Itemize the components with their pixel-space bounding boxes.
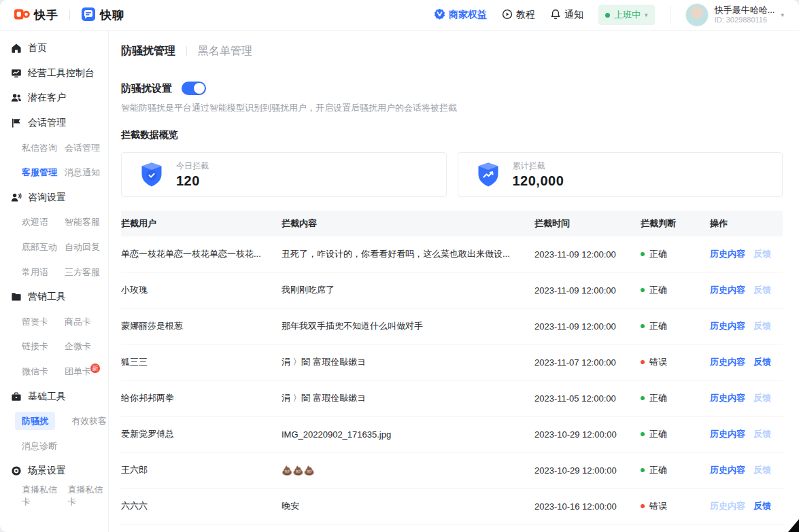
verified-badge-icon: [434, 8, 445, 22]
flag-icon: [11, 118, 22, 128]
sidebar-item-msg-diagnosis[interactable]: 消息诊断: [22, 440, 65, 453]
cell-content: 涓 〉闇 富瑕佺敺鏉ヨ: [282, 356, 534, 368]
history-link[interactable]: 历史内容: [710, 248, 745, 260]
cell-actions: 历史内容反馈: [710, 392, 783, 404]
tab-anti-harass-mgmt[interactable]: 防骚扰管理: [121, 44, 175, 58]
sidebar-item-qiwei-card[interactable]: 企微卡: [65, 340, 107, 353]
stat-card-today: 今日拦截 120: [121, 152, 447, 197]
kuailiao-logo-icon: [81, 7, 96, 24]
table-row: 六六六 晚安 2023-10-16 12:00:00 错误 历史内容反馈: [121, 489, 783, 525]
anti-harass-toggle[interactable]: [182, 82, 206, 95]
intercept-table: 拦截用户 拦截内容 拦截时间 拦截判断 操作 单恋一枝花单恋一枝花单恋一枝花..…: [121, 211, 783, 525]
main-content: 防骚扰管理 黑名单管理 防骚扰设置 智能防骚扰是平台通过智能模型识别到骚扰用户，…: [109, 31, 799, 532]
sidebar-item-smart-service[interactable]: 智能客服: [65, 216, 107, 228]
sidebar-group-scene[interactable]: 场景设置: [0, 459, 108, 484]
sidebar-item-service-mgmt[interactable]: 客服管理: [22, 166, 65, 179]
feedback-link[interactable]: 反馈: [753, 248, 771, 260]
judge-dot-icon: [641, 468, 645, 472]
cell-actions: 历史内容反馈: [710, 500, 783, 512]
feedback-link[interactable]: 反馈: [753, 500, 771, 512]
sidebar-item-effective-leads[interactable]: 有效获客: [71, 415, 109, 427]
table-row: 爱新觉罗傅总 IMG_20220902_171635.jpg 2023-10-2…: [121, 416, 783, 453]
feedback-link[interactable]: 反馈: [753, 320, 771, 332]
cell-user: 六六六: [121, 500, 282, 512]
sidebar-item-live-card-2[interactable]: 直播私信卡: [68, 484, 109, 508]
consult-icon: [11, 192, 22, 203]
cell-content: 我刚刚吃席了: [282, 284, 534, 296]
work-status-dropdown[interactable]: 上班中 ▾: [598, 5, 655, 25]
history-link[interactable]: 历史内容: [710, 356, 745, 368]
history-link[interactable]: 历史内容: [710, 428, 745, 440]
sidebar-item-link-card[interactable]: 链接卡: [22, 340, 65, 353]
sidebar-item-msg-notify[interactable]: 消息通知: [65, 166, 107, 179]
stat-card-total: 累计拦截 120,000: [458, 152, 783, 197]
sidebar-item-home[interactable]: 首页: [0, 36, 108, 61]
sidebar-group-consult[interactable]: 咨询设置: [0, 185, 108, 211]
sidebar-item-third-service[interactable]: 三方客服: [65, 266, 107, 279]
sidebar-group-label: 会话管理: [28, 117, 66, 129]
sidebar-item-potential-customers[interactable]: 潜在客户: [0, 86, 108, 111]
history-link[interactable]: 历史内容: [710, 464, 745, 476]
console-icon: [11, 68, 22, 79]
feedback-link[interactable]: 反馈: [753, 428, 771, 440]
sidebar-group-basic[interactable]: 基础工具: [0, 384, 108, 409]
sidebar-item-product-card[interactable]: 商品卡: [65, 316, 107, 328]
cell-actions: 历史内容反馈: [710, 464, 783, 476]
sidebar-item-bottom-interact[interactable]: 底部互动: [22, 241, 65, 253]
judge-label: 正确: [649, 392, 667, 404]
brand-divider: [69, 10, 70, 20]
cell-content: 💩💩💩: [282, 465, 534, 476]
users-icon: [11, 92, 22, 103]
user-id: ID: 3029880116: [715, 16, 775, 25]
cell-judge: 错误: [641, 500, 710, 512]
sidebar-group-label: 场景设置: [28, 465, 66, 477]
sidebar-item-welcome[interactable]: 欢迎语: [22, 216, 65, 228]
history-link[interactable]: 历史内容: [710, 320, 745, 332]
tab-blacklist-mgmt[interactable]: 黑名单管理: [198, 44, 252, 58]
feedback-link[interactable]: 反馈: [753, 356, 771, 368]
sidebar-item-private-msg[interactable]: 私信咨询: [22, 142, 65, 154]
cell-time: 2023-11-09 12:00:00: [534, 249, 641, 260]
table-header-row: 拦截用户 拦截内容 拦截时间 拦截判断 操作: [121, 211, 783, 236]
sidebar-item-group-card[interactable]: 团单卡新: [65, 366, 100, 378]
judge-dot-icon: [641, 360, 645, 364]
history-link[interactable]: 历史内容: [710, 500, 745, 512]
kuaishou-logo-icon: [14, 6, 30, 24]
sidebar-item-live-card-1[interactable]: 直播私信卡: [22, 484, 63, 508]
judge-label: 正确: [649, 428, 667, 440]
sidebar-item-lead-card[interactable]: 留资卡: [22, 316, 65, 328]
sidebar-item-biz-console[interactable]: 经营工具控制台: [0, 61, 108, 86]
notifications-button[interactable]: 通知: [550, 9, 583, 22]
judge-label: 正确: [649, 284, 667, 296]
topbar-right: 商家权益 教程 通知: [434, 3, 784, 26]
sidebar-item-anti-harass[interactable]: 防骚扰: [15, 412, 55, 430]
anti-harass-setting-label: 防骚扰设置: [121, 82, 172, 95]
stat-cards: 今日拦截 120 累计拦截 12: [121, 152, 783, 197]
history-link[interactable]: 历史内容: [710, 284, 745, 296]
sidebar-group-label: 营销工具: [28, 291, 66, 303]
sidebar-item-session-mgmt[interactable]: 会话管理: [65, 142, 107, 154]
setting-description: 智能防骚扰是平台通过智能模型识别到骚扰用户，开启设置后骚扰用户的会话将被拦截: [121, 102, 783, 114]
sidebar-item-auto-reply[interactable]: 自动回复: [65, 241, 107, 253]
cell-user: 给你邦邦两拳: [121, 392, 282, 404]
sidebar-item-wechat-card[interactable]: 微信卡: [22, 366, 65, 378]
table-row: 单恋一枝花单恋一枝花单恋一枝花... 丑死了，咋设计的，你看看好看吗，这么菜也敢…: [121, 236, 783, 272]
briefcase-icon: [11, 391, 22, 402]
brand-kuaishou[interactable]: 快手: [14, 6, 58, 24]
feedback-link[interactable]: 反馈: [753, 464, 771, 476]
feedback-link[interactable]: 反馈: [753, 284, 771, 296]
chevron-down-icon: ▾: [645, 12, 648, 18]
column-header: 操作: [710, 217, 783, 230]
tutorial-button[interactable]: 教程: [502, 9, 535, 22]
sidebar-group-session[interactable]: 会话管理: [0, 111, 108, 136]
judge-dot-icon: [641, 396, 645, 400]
table-row: 小玫瑰 我刚刚吃席了 2023-11-09 12:00:00 正确 历史内容反馈: [121, 272, 783, 308]
sidebar-item-common-phrases[interactable]: 常用语: [22, 266, 65, 279]
feedback-link[interactable]: 反馈: [753, 392, 771, 404]
user-menu[interactable]: 快手最牛哈哈... ID: 3029880116 ▾: [685, 3, 784, 26]
merchant-rights-button[interactable]: 商家权益: [434, 8, 487, 22]
sidebar-group-marketing[interactable]: 营销工具: [0, 285, 108, 310]
cell-judge: 错误: [641, 356, 710, 368]
history-link[interactable]: 历史内容: [710, 392, 745, 404]
brand-kuailiao[interactable]: 快聊: [81, 7, 124, 24]
